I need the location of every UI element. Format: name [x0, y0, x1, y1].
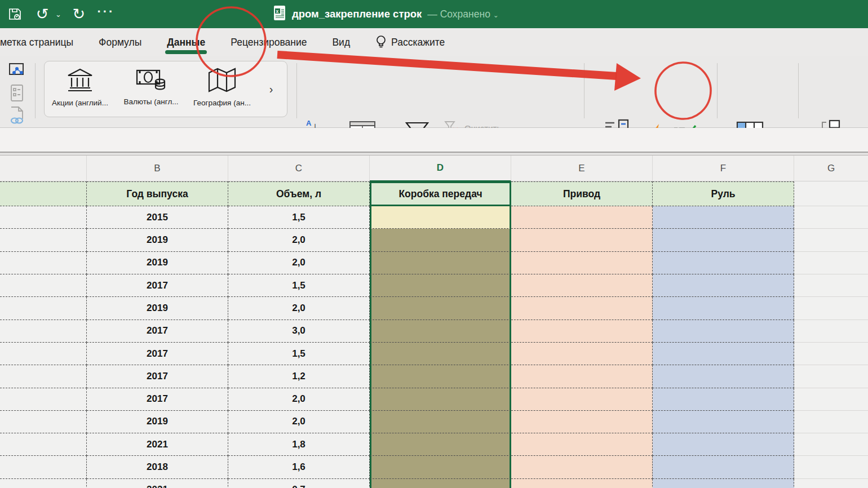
cell-gearbox-selected[interactable]: [370, 456, 511, 478]
column-header-c[interactable]: C: [228, 156, 370, 181]
cell-steering[interactable]: [653, 433, 794, 456]
cell-gearbox-selected[interactable]: [370, 252, 511, 274]
cell-steering[interactable]: [653, 411, 794, 433]
cell-gearbox-selected[interactable]: [370, 274, 511, 297]
cell-a12[interactable]: [0, 433, 87, 456]
edit-links-icon[interactable]: [6, 106, 28, 125]
cell-header-steering[interactable]: Руль: [653, 181, 794, 206]
tab-формулы[interactable]: Формулы: [99, 28, 141, 56]
cell-a3[interactable]: [0, 229, 87, 251]
cell-gearbox-selected[interactable]: [370, 343, 511, 365]
cell-volume[interactable]: 2,0: [228, 411, 370, 433]
cell-drive[interactable]: [511, 365, 653, 388]
cell-year[interactable]: 2019: [87, 297, 228, 320]
cell-a11[interactable]: [0, 411, 87, 433]
cell-a13[interactable]: [0, 456, 87, 478]
save-icon[interactable]: [6, 5, 25, 24]
cell-year[interactable]: 2019: [87, 229, 228, 251]
cell-year[interactable]: 2019: [87, 252, 228, 274]
cell-volume[interactable]: 2,0: [228, 297, 370, 320]
cell-volume[interactable]: 2,0: [228, 252, 370, 274]
cell-drive[interactable]: [511, 274, 653, 297]
cell-a2[interactable]: [0, 206, 87, 229]
cell-g8[interactable]: [794, 343, 868, 365]
cell-year[interactable]: 2017: [87, 365, 228, 388]
cell-a10[interactable]: [0, 388, 87, 411]
cell-a4[interactable]: [0, 252, 87, 274]
cell-a1[interactable]: [0, 181, 87, 206]
tab-рецензирование[interactable]: Рецензирование: [231, 28, 307, 56]
cell-volume[interactable]: 1,5: [228, 274, 370, 297]
cell-drive[interactable]: [511, 343, 653, 365]
cell-g10[interactable]: [794, 388, 868, 411]
cell-volume[interactable]: 1,6: [228, 456, 370, 478]
cell-a6[interactable]: [0, 297, 87, 320]
cell-steering[interactable]: [653, 229, 794, 251]
cell-g6[interactable]: [794, 297, 868, 320]
cell-header-gearbox-selected[interactable]: Коробка передач: [370, 181, 511, 206]
column-header-g[interactable]: G: [794, 156, 868, 181]
cell-g13[interactable]: [794, 456, 868, 478]
cell-steering[interactable]: [653, 388, 794, 411]
cell-g7[interactable]: [794, 320, 868, 343]
cell-year[interactable]: 2017: [87, 343, 228, 365]
cell-header-drive[interactable]: Привод: [511, 181, 653, 206]
cell-volume[interactable]: 0,7: [228, 479, 370, 488]
cell-drive[interactable]: [511, 479, 653, 488]
cell-steering[interactable]: [653, 206, 794, 229]
data-type-0[interactable]: Акции (англий...: [45, 61, 116, 117]
cell-a7[interactable]: [0, 320, 87, 343]
cell-a8[interactable]: [0, 343, 87, 365]
data-types-more-icon[interactable]: ›: [258, 61, 285, 117]
cell-drive[interactable]: [511, 456, 653, 478]
cell-gearbox-selected[interactable]: [370, 433, 511, 456]
cell-gearbox-selected[interactable]: [370, 297, 511, 320]
cell-steering[interactable]: [653, 456, 794, 478]
cell-year[interactable]: 2017: [87, 274, 228, 297]
cell-volume[interactable]: 1,5: [228, 206, 370, 229]
cell-g14[interactable]: [794, 479, 868, 488]
cell-g9[interactable]: [794, 365, 868, 388]
tab-расскажите[interactable]: Расскажите: [375, 28, 445, 56]
cell-year[interactable]: 2021: [87, 433, 228, 456]
data-type-1[interactable]: Валюты (англ...: [116, 61, 187, 117]
column-header-a[interactable]: [0, 156, 87, 181]
cell-a14[interactable]: [0, 479, 87, 488]
cell-g4[interactable]: [794, 252, 868, 274]
cell-drive[interactable]: [511, 229, 653, 251]
cell-header-volume[interactable]: Объем, л: [228, 181, 370, 206]
cell-volume[interactable]: 1,2: [228, 365, 370, 388]
cell-gearbox-selected[interactable]: [370, 479, 511, 488]
more-options-icon[interactable]: ···: [96, 5, 116, 24]
cell-header-year[interactable]: Год выпуска: [87, 181, 228, 206]
cell-a5[interactable]: [0, 274, 87, 297]
cell-gearbox-selected[interactable]: [370, 320, 511, 343]
column-header-f[interactable]: F: [653, 156, 794, 181]
tab-вид[interactable]: Вид: [332, 28, 350, 56]
get-external-data-icon[interactable]: [6, 61, 28, 80]
cell-gearbox-selected[interactable]: [370, 229, 511, 251]
cell-volume[interactable]: 1,8: [228, 433, 370, 456]
tab-данные[interactable]: Данные: [167, 28, 205, 56]
cell-drive[interactable]: [511, 297, 653, 320]
cell-steering[interactable]: [653, 365, 794, 388]
saved-status[interactable]: — Сохранено ⌄: [427, 8, 498, 20]
cell-year[interactable]: 2018: [87, 456, 228, 478]
cell-year[interactable]: 2019: [87, 411, 228, 433]
cell-drive[interactable]: [511, 252, 653, 274]
redo-icon[interactable]: ↻: [69, 5, 88, 24]
undo-icon[interactable]: ↺: [33, 5, 52, 24]
column-header-d-selected[interactable]: D: [370, 156, 511, 181]
cell-drive[interactable]: [511, 388, 653, 411]
cell-volume[interactable]: 2,0: [228, 388, 370, 411]
data-type-2[interactable]: География (ан...: [187, 61, 258, 117]
cell-steering[interactable]: [653, 343, 794, 365]
cell-g1[interactable]: [794, 181, 868, 206]
cell-gearbox-selected[interactable]: [370, 411, 511, 433]
cell-drive[interactable]: [511, 433, 653, 456]
cell-drive[interactable]: [511, 320, 653, 343]
cell-steering[interactable]: [653, 252, 794, 274]
cell-g3[interactable]: [794, 229, 868, 251]
cell-steering[interactable]: [653, 274, 794, 297]
cell-year[interactable]: 2015: [87, 206, 228, 229]
